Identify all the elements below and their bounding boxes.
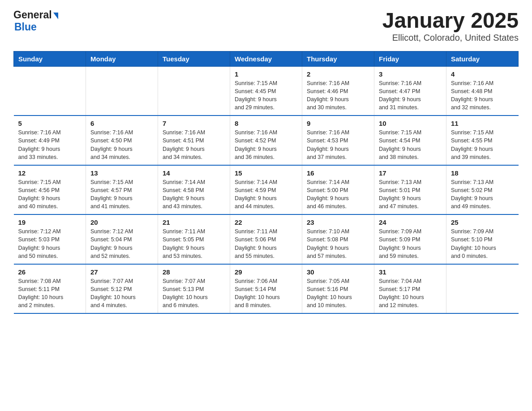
day-info: Sunrise: 7:16 AMSunset: 4:47 PMDaylight:… (379, 79, 442, 112)
calendar-cell: 28Sunrise: 7:07 AMSunset: 5:13 PMDayligh… (158, 264, 230, 314)
day-number: 27 (90, 268, 153, 276)
day-number: 30 (307, 268, 369, 276)
day-info: Sunrise: 7:13 AMSunset: 5:02 PMDaylight:… (451, 178, 514, 211)
column-header-sunday: Sunday (14, 51, 86, 66)
day-info: Sunrise: 7:16 AMSunset: 4:51 PMDaylight:… (163, 128, 225, 161)
calendar-cell: 9Sunrise: 7:16 AMSunset: 4:53 PMDaylight… (302, 116, 374, 165)
title-block: January 2025 Ellicott, Colorado, United … (382, 9, 519, 43)
calendar-cell: 20Sunrise: 7:12 AMSunset: 5:04 PMDayligh… (86, 214, 158, 264)
day-number: 1 (235, 70, 297, 78)
day-info: Sunrise: 7:11 AMSunset: 5:05 PMDaylight:… (163, 227, 225, 260)
day-number: 28 (163, 268, 225, 276)
calendar-cell: 3Sunrise: 7:16 AMSunset: 4:47 PMDaylight… (374, 66, 446, 116)
day-number: 12 (18, 169, 82, 177)
day-info: Sunrise: 7:15 AMSunset: 4:55 PMDaylight:… (451, 128, 514, 161)
calendar-cell: 14Sunrise: 7:14 AMSunset: 4:58 PMDayligh… (158, 165, 230, 215)
calendar-cell: 23Sunrise: 7:10 AMSunset: 5:08 PMDayligh… (302, 214, 374, 264)
day-info: Sunrise: 7:16 AMSunset: 4:50 PMDaylight:… (90, 128, 153, 161)
calendar-cell: 30Sunrise: 7:05 AMSunset: 5:16 PMDayligh… (302, 264, 374, 314)
calendar-week-row: 1Sunrise: 7:15 AMSunset: 4:45 PMDaylight… (14, 66, 519, 116)
calendar-cell: 26Sunrise: 7:08 AMSunset: 5:11 PMDayligh… (14, 264, 86, 314)
calendar-cell: 22Sunrise: 7:11 AMSunset: 5:06 PMDayligh… (230, 214, 302, 264)
day-number: 6 (90, 120, 153, 127)
day-info: Sunrise: 7:04 AMSunset: 5:17 PMDaylight:… (379, 277, 442, 310)
calendar-cell: 10Sunrise: 7:15 AMSunset: 4:54 PMDayligh… (374, 116, 446, 165)
logo-triangle-icon (53, 13, 58, 19)
day-number: 18 (451, 169, 514, 177)
day-info: Sunrise: 7:06 AMSunset: 5:14 PMDaylight:… (235, 277, 297, 310)
day-number: 16 (307, 169, 369, 177)
day-number: 19 (18, 218, 82, 226)
day-info: Sunrise: 7:16 AMSunset: 4:53 PMDaylight:… (307, 128, 369, 161)
day-number: 8 (235, 120, 297, 127)
day-number: 7 (163, 120, 225, 127)
day-number: 3 (379, 70, 442, 78)
calendar-cell: 27Sunrise: 7:07 AMSunset: 5:12 PMDayligh… (86, 264, 158, 314)
calendar-cell: 6Sunrise: 7:16 AMSunset: 4:50 PMDaylight… (86, 116, 158, 165)
calendar-week-row: 5Sunrise: 7:16 AMSunset: 4:49 PMDaylight… (14, 116, 519, 165)
column-header-monday: Monday (86, 51, 158, 66)
day-info: Sunrise: 7:12 AMSunset: 5:03 PMDaylight:… (18, 227, 82, 260)
page-header: General Blue January 2025 Ellicott, Colo… (13, 9, 519, 43)
calendar-cell: 13Sunrise: 7:15 AMSunset: 4:57 PMDayligh… (86, 165, 158, 215)
day-number: 25 (451, 218, 514, 226)
calendar-cell (158, 66, 230, 116)
day-info: Sunrise: 7:15 AMSunset: 4:56 PMDaylight:… (18, 178, 82, 211)
day-number: 9 (307, 120, 369, 127)
day-info: Sunrise: 7:16 AMSunset: 4:46 PMDaylight:… (307, 79, 369, 112)
calendar-cell: 7Sunrise: 7:16 AMSunset: 4:51 PMDaylight… (158, 116, 230, 165)
calendar-table: SundayMondayTuesdayWednesdayThursdayFrid… (13, 51, 519, 314)
calendar-cell: 15Sunrise: 7:14 AMSunset: 4:59 PMDayligh… (230, 165, 302, 215)
day-info: Sunrise: 7:10 AMSunset: 5:08 PMDaylight:… (307, 227, 369, 260)
day-number: 4 (451, 70, 514, 78)
logo: General Blue (13, 9, 58, 33)
day-number: 21 (163, 218, 225, 226)
calendar-cell: 11Sunrise: 7:15 AMSunset: 4:55 PMDayligh… (446, 116, 519, 165)
logo-general-text: General (13, 9, 52, 21)
column-header-friday: Friday (374, 51, 446, 66)
day-info: Sunrise: 7:14 AMSunset: 5:00 PMDaylight:… (307, 178, 369, 211)
column-header-saturday: Saturday (446, 51, 519, 66)
day-number: 14 (163, 169, 225, 177)
day-info: Sunrise: 7:14 AMSunset: 4:59 PMDaylight:… (235, 178, 297, 211)
column-header-wednesday: Wednesday (230, 51, 302, 66)
calendar-cell: 16Sunrise: 7:14 AMSunset: 5:00 PMDayligh… (302, 165, 374, 215)
calendar-cell: 4Sunrise: 7:16 AMSunset: 4:48 PMDaylight… (446, 66, 519, 116)
day-info: Sunrise: 7:11 AMSunset: 5:06 PMDaylight:… (235, 227, 297, 260)
day-info: Sunrise: 7:16 AMSunset: 4:48 PMDaylight:… (451, 79, 514, 112)
day-info: Sunrise: 7:08 AMSunset: 5:11 PMDaylight:… (18, 277, 82, 310)
calendar-title: January 2025 (382, 9, 519, 33)
day-number: 15 (235, 169, 297, 177)
day-number: 23 (307, 218, 369, 226)
calendar-cell: 5Sunrise: 7:16 AMSunset: 4:49 PMDaylight… (14, 116, 86, 165)
logo-blue-text: Blue (14, 21, 37, 33)
calendar-cell: 17Sunrise: 7:13 AMSunset: 5:01 PMDayligh… (374, 165, 446, 215)
calendar-cell: 2Sunrise: 7:16 AMSunset: 4:46 PMDaylight… (302, 66, 374, 116)
day-info: Sunrise: 7:07 AMSunset: 5:13 PMDaylight:… (163, 277, 225, 310)
day-number: 20 (90, 218, 153, 226)
day-info: Sunrise: 7:13 AMSunset: 5:01 PMDaylight:… (379, 178, 442, 211)
calendar-week-row: 26Sunrise: 7:08 AMSunset: 5:11 PMDayligh… (14, 264, 519, 314)
calendar-cell: 1Sunrise: 7:15 AMSunset: 4:45 PMDaylight… (230, 66, 302, 116)
calendar-week-row: 12Sunrise: 7:15 AMSunset: 4:56 PMDayligh… (14, 165, 519, 215)
day-info: Sunrise: 7:16 AMSunset: 4:52 PMDaylight:… (235, 128, 297, 161)
day-info: Sunrise: 7:12 AMSunset: 5:04 PMDaylight:… (90, 227, 153, 260)
calendar-subtitle: Ellicott, Colorado, United States (382, 33, 519, 43)
day-number: 2 (307, 70, 369, 78)
calendar-cell (14, 66, 86, 116)
calendar-week-row: 19Sunrise: 7:12 AMSunset: 5:03 PMDayligh… (14, 214, 519, 264)
day-number: 22 (235, 218, 297, 226)
day-info: Sunrise: 7:15 AMSunset: 4:54 PMDaylight:… (379, 128, 442, 161)
day-info: Sunrise: 7:15 AMSunset: 4:57 PMDaylight:… (90, 178, 153, 211)
calendar-cell: 8Sunrise: 7:16 AMSunset: 4:52 PMDaylight… (230, 116, 302, 165)
day-info: Sunrise: 7:15 AMSunset: 4:45 PMDaylight:… (235, 79, 297, 112)
day-number: 5 (18, 120, 82, 127)
day-number: 29 (235, 268, 297, 276)
day-number: 13 (90, 169, 153, 177)
day-info: Sunrise: 7:05 AMSunset: 5:16 PMDaylight:… (307, 277, 369, 310)
calendar-cell: 19Sunrise: 7:12 AMSunset: 5:03 PMDayligh… (14, 214, 86, 264)
day-number: 10 (379, 120, 442, 127)
column-header-tuesday: Tuesday (158, 51, 230, 66)
day-number: 24 (379, 218, 442, 226)
day-number: 11 (451, 120, 514, 127)
